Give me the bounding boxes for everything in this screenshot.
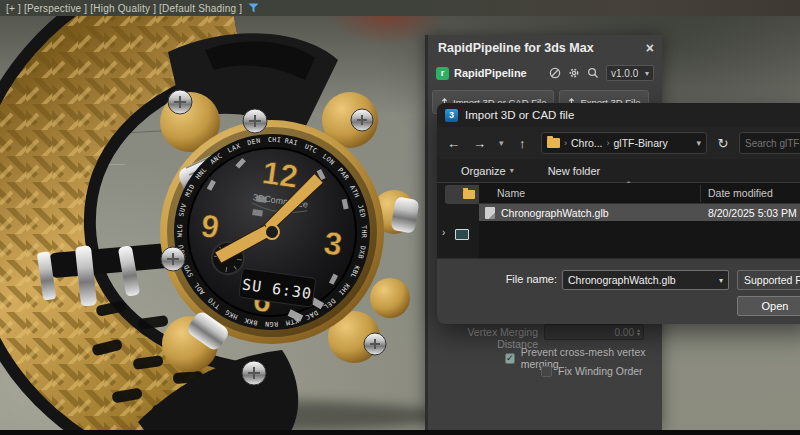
file-list: Name ˆ Date modified ChronographWatch.gl…	[479, 183, 800, 258]
places-sidebar: ›	[437, 183, 479, 258]
zoom-icon[interactable]	[587, 67, 599, 79]
back-icon[interactable]: ←	[447, 137, 460, 150]
column-divider[interactable]	[700, 185, 701, 202]
combo-dropdown-icon: ▾	[719, 276, 723, 285]
hands-cap	[264, 224, 280, 240]
application-window: RAI UTC LON PAR ATH JED THR DXB KBL KHI …	[0, 0, 800, 435]
up-icon[interactable]: ↑	[519, 137, 526, 150]
dialog-command-bar: Organize ▾ New folder	[437, 159, 800, 183]
breadcrumb-current[interactable]: glTF-Binary	[614, 137, 668, 149]
sidebar-item-selected[interactable]	[445, 185, 479, 204]
viewport-shading-label[interactable]: [+ ] [Perspective ] [High Quality ] [Def…	[6, 3, 242, 14]
refresh-button[interactable]: ↻	[713, 132, 733, 154]
spinner-down-icon[interactable]: ▾	[637, 332, 640, 337]
organize-dropdown-icon[interactable]: ▾	[510, 166, 514, 175]
vertex-merging-spinner[interactable]: 0.00 ▴ ▾	[544, 324, 644, 340]
file-date: 8/20/2025 5:03 PM	[708, 207, 797, 219]
file-row-selected[interactable]: ChronographWatch.glb 8/20/2025 5:03 PM	[479, 204, 800, 221]
version-dropdown[interactable]: v1.0.0 ▾	[606, 65, 654, 81]
fix-winding-checkbox[interactable]	[541, 366, 552, 377]
expand-chevron-icon[interactable]: ›	[442, 227, 445, 238]
check-icon: ✓	[506, 353, 514, 363]
file-name-combobox[interactable]: ChronographWatch.glb ▾	[562, 270, 729, 290]
organize-button[interactable]: Organize	[461, 165, 506, 177]
close-icon[interactable]: ×	[646, 41, 654, 55]
address-dropdown-icon[interactable]: ▾	[696, 138, 701, 148]
search-input[interactable]	[740, 138, 800, 149]
rapidpipeline-logo: r	[436, 67, 449, 80]
folder-icon	[547, 138, 560, 148]
fix-winding-label: Fix Winding Order	[558, 365, 643, 377]
prevent-cross-mesh-checkbox[interactable]: ✓	[505, 353, 515, 364]
dialog-body: › Name ˆ Date modified ChronographWatch.…	[437, 183, 800, 258]
rapidpipeline-brand: RapidPipeline	[454, 67, 527, 79]
open-button[interactable]: Open	[737, 296, 800, 316]
sort-caret-icon: ˆ	[627, 181, 630, 192]
window-bottom-edge	[0, 430, 800, 435]
panel-titlebar: RapidPipeline for 3ds Max ×	[428, 35, 662, 60]
forward-icon[interactable]: →	[473, 137, 486, 150]
numeral-12: 12	[260, 154, 300, 195]
panel-title: RapidPipeline for 3ds Max	[438, 41, 594, 55]
breadcrumb-parent[interactable]: Chro...	[571, 137, 603, 149]
refresh-icon: ↻	[718, 136, 729, 151]
watch-model[interactable]: RAI UTC LON PAR ATH JED THR DXB KBL KHI …	[0, 0, 430, 435]
dialog-navbar: ← → ▾ ↑ › Chro... › glTF-Binary ▾ ↻	[437, 127, 800, 159]
breadcrumb-chevron-icon: ›	[607, 138, 610, 148]
this-pc-icon[interactable]	[455, 229, 469, 240]
gear-icon[interactable]	[568, 67, 580, 79]
new-folder-button[interactable]: New folder	[548, 165, 601, 177]
column-header-date[interactable]: Date modified	[708, 187, 773, 199]
panel-toolbar: r RapidPipeline v1.0.0 ▾	[428, 60, 662, 86]
disable-icon[interactable]	[549, 67, 561, 79]
file-name: ChronographWatch.glb	[501, 207, 609, 219]
column-header-name[interactable]: Name	[497, 187, 525, 199]
dialog-titlebar: 3 Import 3D or CAD file	[437, 103, 800, 127]
search-box	[739, 132, 800, 154]
folder-icon	[463, 190, 475, 199]
chevron-down-icon: ▾	[645, 69, 649, 78]
format-filter-dropdown[interactable]: Supported Forma	[737, 270, 800, 290]
import-dialog: 3 Import 3D or CAD file ← → ▾ ↑ › Chro..…	[437, 103, 800, 323]
recent-locations-icon[interactable]: ▾	[499, 139, 504, 148]
document-icon	[485, 207, 495, 219]
3dsmax-app-icon: 3	[445, 109, 458, 122]
file-name-label: File name:	[437, 273, 557, 285]
address-bar[interactable]: › Chro... › glTF-Binary ▾	[541, 132, 707, 154]
filter-icon[interactable]	[248, 3, 259, 13]
list-header: Name ˆ Date modified	[479, 183, 800, 204]
dialog-footer: File name: ChronographWatch.glb ▾ Suppor…	[437, 258, 800, 324]
viewport-topbar: [+ ] [Perspective ] [High Quality ] [Def…	[0, 0, 800, 16]
dialog-title: Import 3D or CAD file	[465, 109, 574, 121]
breadcrumb-chevron-icon: ›	[564, 138, 567, 148]
